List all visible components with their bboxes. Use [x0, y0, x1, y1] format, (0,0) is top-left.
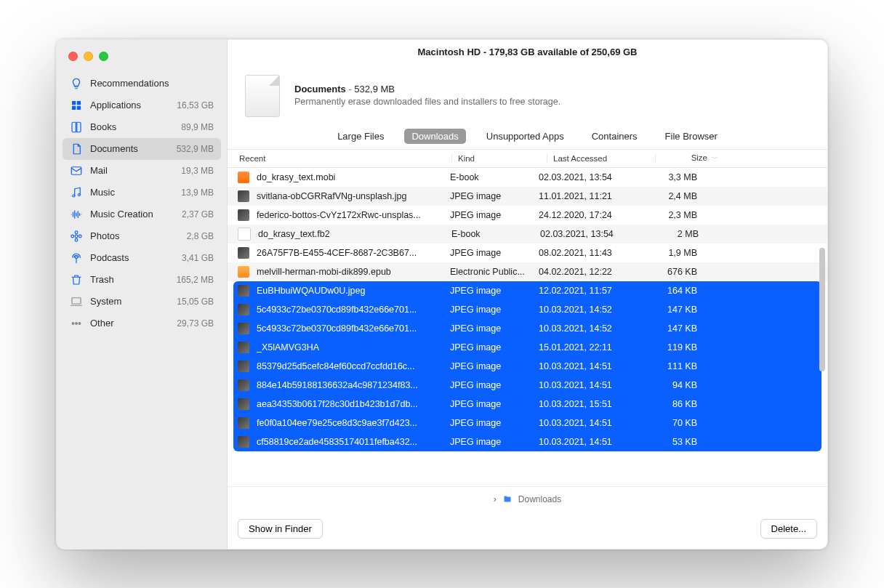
file-size: 2 MB	[642, 229, 706, 239]
sidebar-item-label: Applications	[90, 100, 169, 110]
show-in-finder-button[interactable]: Show in Finder	[238, 519, 323, 539]
category-desc: Permanently erase downloaded files and i…	[294, 96, 560, 109]
zoom-window-button[interactable]	[99, 52, 108, 61]
sidebar-item-value: 13,9 MB	[181, 188, 214, 198]
file-kind: JPEG image	[450, 361, 539, 371]
file-name: _X5lAMVG3HA	[257, 342, 450, 353]
sidebar-item-label: Trash	[90, 274, 169, 285]
sidebar-item-podcasts[interactable]: Podcasts3,41 GB	[63, 247, 221, 269]
file-kind: JPEG image	[450, 399, 539, 409]
file-row[interactable]: 26A75F7B-E455-4CEF-8687-2C3B67...JPEG im…	[228, 243, 827, 262]
file-name: EuBHbuiWQAUDw0U.jpeg	[257, 286, 450, 296]
sidebar-item-applications[interactable]: Applications16,53 GB	[63, 94, 221, 116]
file-kind: JPEG image	[450, 210, 539, 220]
file-date: 10.03.2021, 15:51	[539, 399, 640, 409]
file-name: 85379d25d5cefc84ef60ccd7ccfdd16c...	[257, 361, 450, 371]
app-icon	[70, 99, 83, 112]
path-folder-name[interactable]: Downloads	[518, 494, 561, 504]
file-row[interactable]: 884e14b59188136632a4c9871234f83...JPEG i…	[233, 376, 821, 395]
file-kind: Electronic Public...	[450, 267, 539, 277]
file-row[interactable]: melvill-herman-mobi-dik899.epubElectroni…	[228, 262, 827, 281]
sidebar-item-recommendations[interactable]: Recommendations	[63, 73, 221, 94]
sidebar-item-music-creation[interactable]: Music Creation2,37 GB	[63, 204, 221, 225]
sidebar-item-label: Other	[90, 318, 169, 329]
tab-large-files[interactable]: Large Files	[330, 129, 391, 144]
column-size[interactable]: Size﹀	[655, 153, 726, 164]
file-name: 5c4933c72be0370cd89fb432e66e701...	[257, 323, 450, 334]
window-controls	[57, 49, 227, 73]
file-thumbnail	[238, 209, 249, 221]
sidebar-item-system[interactable]: System15,05 GB	[63, 291, 221, 313]
category-summary: Documents - 532,9 MB Permanently erase d…	[228, 65, 827, 124]
book-icon	[70, 121, 83, 134]
file-size: 53 KB	[640, 437, 704, 447]
file-size: 3,3 MB	[640, 172, 704, 182]
file-name: 884e14b59188136632a4c9871234f83...	[257, 380, 450, 390]
file-row[interactable]: 5c4933c72be0370cd89fb432e66e701...JPEG i…	[233, 300, 821, 319]
file-row[interactable]: 85379d25d5cefc84ef60ccd7ccfdd16c...JPEG …	[233, 357, 821, 376]
file-date: 15.01.2021, 22:11	[539, 342, 640, 353]
sidebar-item-label: Mail	[90, 165, 174, 176]
file-row[interactable]: cf58819ce2ade45835174011fefba432...JPEG …	[233, 432, 821, 451]
svg-point-1	[73, 195, 75, 197]
footer-bar: Show in Finder Delete...	[228, 512, 827, 549]
delete-button[interactable]: Delete...	[760, 519, 817, 539]
selection-block: EuBHbuiWQAUDw0U.jpegJPEG image12.02.2021…	[233, 281, 821, 451]
file-size: 147 KB	[640, 323, 704, 334]
tab-downloads[interactable]: Downloads	[404, 129, 465, 144]
sidebar-item-documents[interactable]: Documents532,9 MB	[63, 138, 221, 160]
sidebar-item-label: Books	[90, 121, 174, 132]
file-date: 10.03.2021, 14:52	[539, 305, 640, 315]
file-thumbnail	[238, 285, 249, 297]
sidebar-item-label: Podcasts	[90, 252, 174, 263]
sidebar-item-label: Music Creation	[90, 209, 174, 220]
column-date[interactable]: Last Accessed	[547, 154, 655, 163]
bulb-icon	[70, 77, 83, 90]
sidebar-item-value: 29,73 GB	[177, 318, 214, 329]
file-kind: JPEG image	[450, 380, 539, 390]
file-thumbnail	[238, 247, 249, 259]
file-date: 08.02.2021, 11:43	[539, 248, 640, 258]
sidebar-item-photos[interactable]: Photos2,8 GB	[63, 225, 221, 247]
close-window-button[interactable]	[68, 52, 78, 61]
file-row[interactable]: federico-bottos-CvYz172xRwc-unsplas...JP…	[228, 206, 827, 225]
tab-unsupported-apps[interactable]: Unsupported Apps	[479, 129, 571, 144]
file-kind: JPEG image	[450, 305, 539, 315]
svg-point-6	[71, 235, 74, 238]
window-title: Macintosh HD - 179,83 GB available of 25…	[228, 40, 827, 65]
file-name: cf58819ce2ade45835174011fefba432...	[257, 437, 450, 447]
wave-icon	[70, 208, 83, 221]
column-name[interactable]: Recent	[238, 154, 451, 163]
file-name: 26A75F7B-E455-4CEF-8687-2C3B67...	[257, 248, 450, 258]
file-name: svitlana-obCGRRafVNg-unsplash.jpg	[257, 191, 450, 201]
svg-point-4	[75, 230, 78, 233]
file-row[interactable]: do_krasy_text.mobiE-book02.03.2021, 13:5…	[228, 168, 827, 187]
file-row[interactable]: svitlana-obCGRRafVNg-unsplash.jpgJPEG im…	[228, 187, 827, 206]
file-row[interactable]: aea34353b0617f28c30d1b423b1d7db...JPEG i…	[233, 395, 821, 414]
file-row[interactable]: EuBHbuiWQAUDw0U.jpegJPEG image12.02.2021…	[233, 281, 821, 300]
podcast-icon	[70, 251, 83, 265]
path-bar: › Downloads	[228, 486, 827, 512]
scrollbar-thumb[interactable]	[819, 248, 825, 371]
file-row[interactable]: do_krasy_text.fb2E-book02.03.2021, 13:54…	[228, 225, 827, 243]
file-date: 10.03.2021, 14:51	[539, 418, 640, 428]
sidebar-item-trash[interactable]: Trash165,2 MB	[63, 269, 221, 291]
sidebar-item-books[interactable]: Books89,9 MB	[63, 116, 221, 138]
sidebar-item-label: Photos	[90, 230, 180, 241]
sidebar-item-value: 89,9 MB	[181, 122, 214, 132]
file-thumbnail	[238, 436, 249, 448]
file-row[interactable]: fe0f0a104ee79e25ce8d3c9ae3f7d423...JPEG …	[233, 414, 821, 432]
tab-file-browser[interactable]: File Browser	[658, 129, 725, 144]
file-thumbnail	[238, 417, 249, 429]
minimize-window-button[interactable]	[84, 52, 93, 61]
file-name: federico-bottos-CvYz172xRwc-unsplas...	[257, 210, 450, 220]
file-thumbnail	[238, 227, 251, 241]
tab-containers[interactable]: Containers	[584, 129, 645, 144]
column-kind[interactable]: Kind	[451, 154, 547, 163]
sidebar-item-value: 2,37 GB	[182, 209, 214, 220]
sidebar-item-other[interactable]: Other29,73 GB	[63, 313, 221, 334]
file-row[interactable]: 5c4933c72be0370cd89fb432e66e701...JPEG i…	[233, 319, 821, 338]
sidebar-item-mail[interactable]: Mail19,3 MB	[63, 160, 221, 182]
sidebar-item-music[interactable]: Music13,9 MB	[63, 182, 221, 204]
file-row[interactable]: _X5lAMVG3HAJPEG image15.01.2021, 22:1111…	[233, 338, 821, 357]
